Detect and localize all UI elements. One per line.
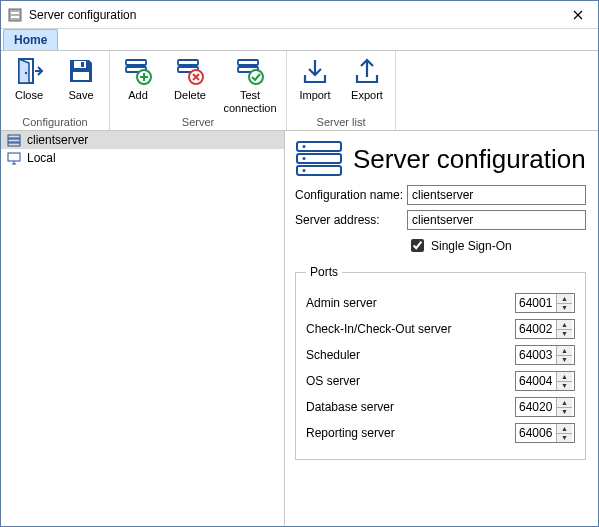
- svg-rect-14: [238, 60, 258, 65]
- export-label: Export: [351, 89, 383, 115]
- server-delete-icon: [174, 55, 206, 87]
- ribbon-group-serverlist: Import Export Server list: [287, 51, 396, 130]
- svg-rect-18: [8, 139, 20, 142]
- close-button[interactable]: Close: [7, 55, 51, 115]
- server-item-label: clientserver: [27, 133, 88, 147]
- port-row-database: Database server ▲▼: [306, 397, 575, 417]
- sso-checkbox[interactable]: [411, 239, 424, 252]
- import-button[interactable]: Import: [293, 55, 337, 115]
- spin-down-icon[interactable]: ▼: [557, 408, 572, 417]
- port-scheduler-spinner[interactable]: ▲▼: [515, 345, 575, 365]
- svg-point-4: [25, 72, 27, 74]
- import-label: Import: [299, 89, 330, 115]
- delete-button[interactable]: Delete: [168, 55, 212, 115]
- port-checkin-input[interactable]: [516, 320, 556, 338]
- titlebar: Server configuration: [1, 1, 598, 29]
- ports-legend: Ports: [306, 265, 342, 279]
- spin-down-icon[interactable]: ▼: [557, 382, 572, 391]
- svg-rect-20: [8, 153, 20, 161]
- svg-rect-5: [74, 61, 86, 68]
- server-item-local[interactable]: Local: [1, 149, 284, 167]
- add-button[interactable]: Add: [116, 55, 160, 115]
- spin-down-icon[interactable]: ▼: [557, 330, 572, 339]
- window-close-button[interactable]: [558, 1, 598, 29]
- import-icon: [299, 55, 331, 87]
- server-item-label: Local: [27, 151, 56, 165]
- svg-point-26: [303, 169, 306, 172]
- port-checkin-spinner[interactable]: ▲▼: [515, 319, 575, 339]
- spin-up-icon[interactable]: ▲: [557, 372, 572, 382]
- server-address-label: Server address:: [295, 213, 407, 227]
- svg-rect-17: [8, 135, 20, 138]
- window: Server configuration Home Close: [0, 0, 599, 527]
- server-test-icon: [234, 55, 266, 87]
- group-label-configuration: Configuration: [22, 116, 87, 128]
- config-name-input[interactable]: [407, 185, 586, 205]
- server-rack-icon: [7, 133, 21, 147]
- port-admin-input[interactable]: [516, 294, 556, 312]
- group-label-serverlist: Server list: [317, 116, 366, 128]
- spin-up-icon[interactable]: ▲: [557, 320, 572, 330]
- export-icon: [351, 55, 383, 87]
- main-panel: Server configuration Configuration name:…: [285, 131, 598, 526]
- spin-down-icon[interactable]: ▼: [557, 434, 572, 443]
- save-label: Save: [68, 89, 93, 115]
- port-scheduler-input[interactable]: [516, 346, 556, 364]
- port-row-checkin: Check-In/Check-Out server ▲▼: [306, 319, 575, 339]
- save-button[interactable]: Save: [59, 55, 103, 115]
- spin-up-icon[interactable]: ▲: [557, 398, 572, 408]
- spin-up-icon[interactable]: ▲: [557, 346, 572, 356]
- port-label: Reporting server: [306, 426, 515, 440]
- monitor-icon: [7, 151, 21, 165]
- group-label-server: Server: [182, 116, 214, 128]
- ribbon: Close Save Configuration Add: [1, 51, 598, 131]
- svg-point-16: [249, 70, 263, 84]
- port-row-admin: Admin server ▲▼: [306, 293, 575, 313]
- svg-point-24: [303, 145, 306, 148]
- port-row-os: OS server ▲▼: [306, 371, 575, 391]
- port-label: Database server: [306, 400, 515, 414]
- app-icon: [7, 7, 23, 23]
- svg-rect-7: [73, 72, 89, 80]
- spin-up-icon[interactable]: ▲: [557, 424, 572, 434]
- svg-rect-6: [81, 62, 84, 67]
- server-list: clientserver Local: [1, 131, 285, 526]
- port-row-scheduler: Scheduler ▲▼: [306, 345, 575, 365]
- port-os-input[interactable]: [516, 372, 556, 390]
- svg-rect-1: [11, 12, 19, 14]
- port-database-spinner[interactable]: ▲▼: [515, 397, 575, 417]
- test-label: Test connection: [223, 89, 276, 115]
- ribbon-group-server: Add Delete Test connection Server: [110, 51, 287, 130]
- ribbon-group-configuration: Close Save Configuration: [1, 51, 110, 130]
- test-connection-button[interactable]: Test connection: [220, 55, 280, 115]
- server-large-icon: [295, 139, 343, 179]
- port-label: Scheduler: [306, 348, 515, 362]
- port-label: OS server: [306, 374, 515, 388]
- delete-label: Delete: [174, 89, 206, 115]
- sso-label: Single Sign-On: [431, 239, 512, 253]
- add-label: Add: [128, 89, 148, 115]
- port-label: Admin server: [306, 296, 515, 310]
- spin-down-icon[interactable]: ▼: [557, 304, 572, 313]
- export-button[interactable]: Export: [345, 55, 389, 115]
- server-item-clientserver[interactable]: clientserver: [1, 131, 284, 149]
- port-label: Check-In/Check-Out server: [306, 322, 515, 336]
- port-database-input[interactable]: [516, 398, 556, 416]
- window-title: Server configuration: [29, 8, 558, 22]
- spin-up-icon[interactable]: ▲: [557, 294, 572, 304]
- server-address-input[interactable]: [407, 210, 586, 230]
- port-row-reporting: Reporting server ▲▼: [306, 423, 575, 443]
- spin-down-icon[interactable]: ▼: [557, 356, 572, 365]
- body: clientserver Local Server configuration …: [1, 131, 598, 526]
- floppy-icon: [65, 55, 97, 87]
- port-os-spinner[interactable]: ▲▼: [515, 371, 575, 391]
- svg-point-25: [303, 157, 306, 160]
- svg-rect-0: [9, 9, 21, 21]
- port-reporting-spinner[interactable]: ▲▼: [515, 423, 575, 443]
- port-reporting-input[interactable]: [516, 424, 556, 442]
- close-label: Close: [15, 89, 43, 115]
- tab-home[interactable]: Home: [3, 29, 58, 50]
- door-exit-icon: [13, 55, 45, 87]
- port-admin-spinner[interactable]: ▲▼: [515, 293, 575, 313]
- svg-rect-2: [11, 16, 19, 18]
